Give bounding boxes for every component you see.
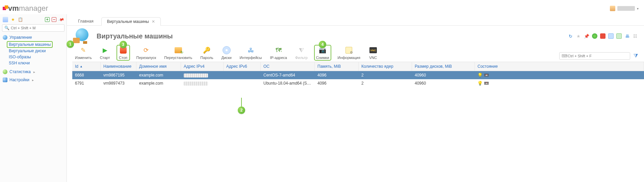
tb-label: Фильтр — [295, 56, 308, 60]
toolbar: ✎Изменить ▶Старт 3 Стоп ⟳Перезапуск Пере… — [75, 46, 378, 60]
col-ipv4[interactable]: Адрес IPv4 — [181, 62, 224, 71]
tb-interfaces[interactable]: 🖧Интерфейсы — [240, 46, 262, 60]
cell-disk: 40960 — [412, 81, 475, 86]
nav-section-label: Управление — [9, 35, 32, 40]
col-domain[interactable]: Доменное имя — [136, 62, 181, 71]
brand-mgr: manager — [19, 4, 48, 12]
cell-domain: example.com — [136, 81, 181, 86]
col-ipv6[interactable]: Адрес IPv6 — [224, 62, 261, 71]
nav-section-settings[interactable]: Настройки ▸ — [2, 77, 65, 83]
cell-state: 💡📼 — [475, 73, 644, 78]
print-icon[interactable]: 🖶 — [624, 33, 630, 39]
col-name[interactable]: Наименование — [101, 62, 136, 71]
star-icon[interactable]: ★ — [10, 17, 16, 22]
col-cores[interactable]: Количество ядер — [359, 62, 412, 71]
col-disk[interactable]: Размер дисков, MiB — [412, 62, 475, 71]
close-icon[interactable]: ✕ — [152, 19, 155, 24]
tb-password[interactable]: 🔑Пароль — [200, 46, 213, 60]
tb-restart[interactable]: ⟳Перезапуск — [136, 46, 156, 60]
callout-2-connector — [241, 98, 242, 107]
nav-item-vms[interactable]: Виртуальные машины — [7, 41, 53, 48]
pin-icon[interactable]: 📌 — [57, 16, 65, 23]
filter-funnel-icon[interactable]: ⧩ — [634, 53, 638, 59]
tb-stop[interactable]: 3 Стоп — [117, 45, 130, 61]
tb-reinstall[interactable]: Переустановить — [164, 46, 192, 60]
tb-label: Пароль — [200, 56, 213, 60]
user-menu[interactable]: ▾ — [610, 6, 639, 11]
nav-section-management[interactable]: Управление — [2, 34, 65, 40]
tb-edit[interactable]: ✎Изменить — [75, 46, 92, 60]
management-icon — [3, 35, 7, 40]
table-row[interactable]: 6791 vm9897473 example.com Ubuntu-18.04-… — [72, 79, 644, 87]
col-state[interactable]: Состояние — [475, 62, 644, 71]
cell-ipv4 — [181, 73, 224, 78]
tb-ip[interactable]: 🗺IP-адреса — [270, 46, 287, 60]
tb-label: Перезапуск — [136, 56, 156, 60]
col-mem[interactable]: Память, MiB — [315, 62, 359, 71]
nav-section-stats[interactable]: Статистика ▸ — [2, 69, 65, 75]
tb-disks[interactable]: Диски — [222, 46, 232, 60]
sidebar-search[interactable]: 🔍 — [2, 24, 65, 32]
table-filter[interactable]: ⌨ — [559, 52, 630, 60]
tb-snapshots[interactable]: 4 📷Снимки — [314, 45, 331, 61]
col-os[interactable]: ОС — [261, 62, 315, 71]
nav-item-ssh[interactable]: SSH ключи — [9, 60, 65, 66]
collapse-all-icon[interactable]: − — [52, 17, 56, 22]
reinstall-icon — [174, 46, 183, 54]
export-xls-icon[interactable] — [616, 33, 622, 39]
clipboard-icon[interactable]: 📋 — [18, 17, 23, 22]
export-doc-icon[interactable] — [608, 33, 614, 39]
tb-label: Переустановить — [164, 56, 192, 60]
brand-icon — [3, 6, 7, 11]
tb-start[interactable]: ▶Старт — [100, 46, 110, 60]
stats-icon — [3, 69, 7, 74]
bulb-icon: 💡 — [478, 81, 483, 86]
cell-os: Ubuntu-18.04-amd64 (Secon — [261, 81, 315, 86]
tab-home[interactable]: Главная — [72, 17, 99, 25]
table-filter-input[interactable] — [568, 54, 628, 58]
brand-vm: vm — [8, 4, 19, 12]
list-icon[interactable] — [3, 17, 8, 22]
status-green-icon[interactable] — [592, 33, 597, 39]
table-row[interactable]: 6668 vm9867195 example.com CentOS-7-amd6… — [72, 71, 644, 79]
brand-logo: vmmanager — [3, 4, 48, 13]
refresh-icon[interactable]: ↻ — [568, 33, 573, 39]
tb-label: Диски — [222, 56, 232, 60]
cell-mem: 4096 — [315, 81, 359, 86]
nav-section-label: Настройки — [9, 78, 29, 82]
cell-cores: 2 — [359, 73, 412, 78]
ip-redacted — [184, 73, 208, 78]
tb-label: Информация — [338, 56, 360, 60]
settings-icon — [3, 78, 7, 82]
sidebar: ★ 📋 + − 📌 🔍 Управление — [0, 14, 67, 182]
sidebar-toolbar: ★ 📋 + − 📌 — [2, 16, 65, 24]
status-red-icon[interactable] — [600, 33, 606, 39]
funnel-icon: ⧨ — [297, 46, 306, 54]
pin-page-icon[interactable]: 📌 — [584, 33, 589, 39]
bulb-icon: 💡 — [478, 73, 483, 78]
nav-item-iso[interactable]: ISO-образы — [9, 54, 65, 60]
tab-vms[interactable]: Виртуальные машины ✕ — [101, 17, 161, 26]
tab-bar: Главная Виртуальные машины ✕ — [67, 14, 644, 26]
cell-domain: example.com — [136, 73, 181, 78]
nav-item-vdisks[interactable]: Виртуальные диски — [9, 48, 65, 54]
interfaces-icon: 🖧 — [246, 46, 256, 54]
expand-all-icon[interactable]: + — [45, 17, 50, 22]
vnc-icon: VNC — [368, 46, 378, 54]
ip-icon: 🗺 — [274, 46, 283, 54]
search-icon: 🔍 — [4, 26, 9, 30]
nav-section-label: Статистика — [9, 69, 31, 74]
columns-config-icon[interactable]: ☷ — [633, 33, 638, 39]
callout-3: 3 — [120, 41, 127, 48]
app-header: vmmanager ▾ — [0, 0, 644, 14]
sort-asc-icon: ▲ — [80, 65, 83, 68]
col-id[interactable]: Id▲ — [72, 62, 101, 71]
tb-vnc[interactable]: VNCVNC — [368, 46, 378, 60]
tab-label: Виртуальные машины — [107, 19, 149, 24]
page-icon — [72, 28, 91, 44]
tb-info[interactable]: Информация — [338, 46, 360, 60]
sidebar-search-input[interactable] — [11, 26, 63, 30]
tb-label: Старт — [100, 56, 110, 60]
favorite-icon[interactable]: ★ — [576, 33, 581, 39]
cell-disk: 40960 — [412, 73, 475, 78]
